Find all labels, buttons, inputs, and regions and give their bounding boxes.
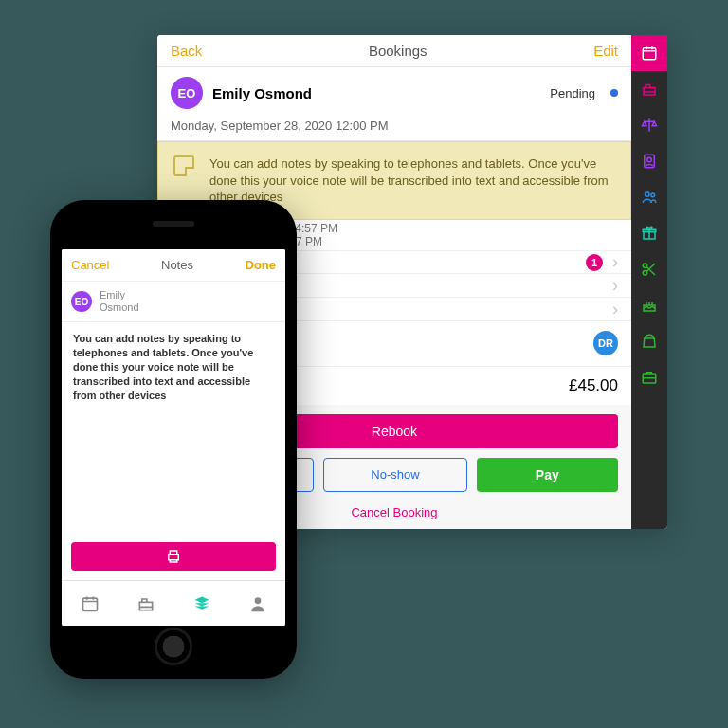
tablet-header: Back Bookings Edit (157, 35, 631, 67)
sidebar-briefcase[interactable] (631, 359, 667, 395)
sidebar-till[interactable] (631, 71, 667, 107)
client-name: Emily Osmond (212, 85, 540, 101)
svg-point-4 (646, 192, 650, 197)
svg-point-15 (254, 597, 261, 604)
gift-icon (641, 225, 658, 242)
chevron-right-icon: › (612, 300, 618, 319)
cake-icon (641, 297, 658, 314)
tab-stack-icon[interactable] (192, 594, 211, 613)
sidebar-contacts[interactable] (631, 143, 667, 179)
briefcase-icon (641, 369, 658, 386)
note-icon (173, 155, 194, 176)
register-icon (641, 81, 658, 98)
svg-point-5 (651, 193, 655, 197)
tab-calendar-icon[interactable] (81, 594, 100, 613)
phone-tabbar (62, 580, 285, 626)
client-name: Emily Osmond (100, 289, 139, 314)
edit-button[interactable]: Edit (593, 43, 618, 59)
svg-point-9 (643, 271, 647, 276)
tab-till-icon[interactable] (136, 594, 155, 613)
calendar-icon (641, 45, 658, 62)
phone-title: Notes (161, 258, 193, 272)
phone-header: Cancel Notes Done (62, 249, 285, 282)
svg-rect-12 (169, 555, 179, 560)
sidebar-balance[interactable] (631, 107, 667, 143)
avatar: EO (171, 77, 203, 109)
status-dot-icon (610, 89, 618, 97)
status-label: Pending (550, 86, 595, 100)
svg-rect-13 (82, 598, 97, 610)
sidebar-scissors[interactable] (631, 251, 667, 287)
pay-button[interactable]: Pay (477, 458, 618, 492)
sidebar-people[interactable] (631, 179, 667, 215)
scissors-icon (641, 261, 658, 278)
sidebar-calendar[interactable] (631, 35, 667, 71)
avatar: EO (71, 291, 92, 312)
svg-point-8 (643, 264, 647, 268)
sidebar-bag[interactable] (631, 323, 667, 359)
scales-icon (641, 117, 658, 134)
staff-badge: DR (593, 331, 618, 355)
tab-user-icon[interactable] (248, 594, 267, 613)
back-button[interactable]: Back (171, 43, 202, 59)
client-row[interactable]: EO Emily Osmond Pending (157, 67, 631, 115)
bag-icon (641, 333, 658, 350)
page-title: Bookings (369, 43, 428, 59)
svg-rect-0 (643, 48, 656, 60)
noshow-button[interactable]: No-show (323, 458, 466, 492)
chevron-right-icon: › (612, 276, 618, 296)
note-text: You can add notes by speaking to telepho… (209, 156, 609, 204)
booking-date: Monday, September 28, 2020 12:00 PM (157, 115, 631, 141)
cancel-button[interactable]: Cancel (71, 258, 109, 272)
sidebar-cake[interactable] (631, 287, 667, 323)
sidebar-gift[interactable] (631, 215, 667, 251)
svg-point-3 (647, 157, 652, 162)
contact-icon (641, 153, 658, 170)
done-button[interactable]: Done (246, 258, 277, 272)
phone-client-row[interactable]: EO Emily Osmond (62, 282, 285, 322)
print-icon (165, 548, 182, 565)
note-text-area[interactable]: You can add notes by speaking to telepho… (62, 322, 285, 542)
chevron-right-icon: › (612, 252, 618, 272)
sidebar (631, 35, 667, 529)
people-icon (641, 189, 658, 206)
print-button[interactable] (71, 542, 276, 571)
count-badge: 1 (586, 254, 603, 271)
phone-screen: Cancel Notes Done EO Emily Osmond You ca… (62, 249, 285, 626)
phone-device: Cancel Notes Done EO Emily Osmond You ca… (50, 200, 297, 679)
